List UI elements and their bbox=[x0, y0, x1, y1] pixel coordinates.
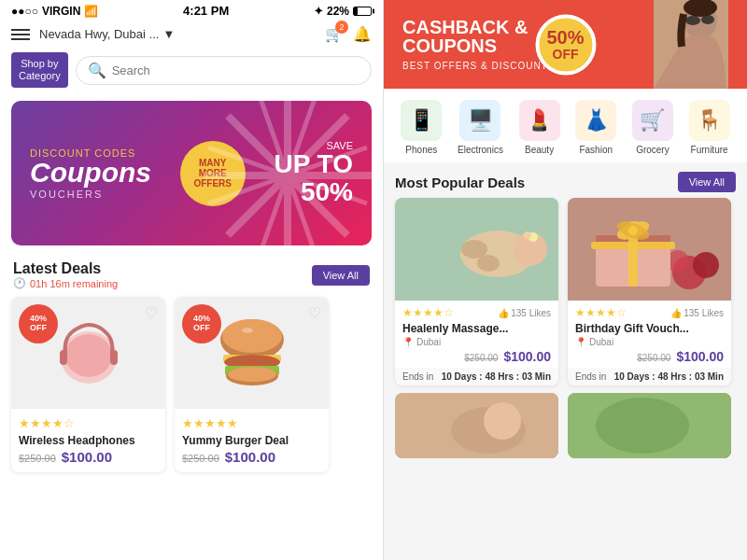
mini-card-1[interactable]: 40% OFF ♡ bbox=[395, 393, 558, 458]
fashion-icon: 👗 bbox=[575, 100, 616, 141]
cashback-text: CASHBACK & COUPONS BEST OFFERS & DISCOUN… bbox=[402, 18, 555, 71]
bluetooth-icon: ✦ bbox=[314, 5, 323, 18]
latest-deals-view-all-button[interactable]: View All bbox=[312, 265, 370, 286]
massage-illustration bbox=[395, 198, 558, 301]
deal-stars-burger: ★★★★★ bbox=[182, 416, 321, 430]
cashback-percent: 50% bbox=[546, 27, 584, 48]
thumb-icon: 👍 bbox=[498, 308, 509, 318]
electronics-label: Electronics bbox=[458, 145, 503, 155]
massage-likes: 👍 135 Likes bbox=[498, 308, 551, 318]
gift-image: 40% OFF ♡ bbox=[568, 198, 731, 301]
popular-card-massage[interactable]: 40% OFF ♡ ★★ bbox=[395, 198, 558, 385]
gift-location: 📍 Dubai bbox=[575, 337, 724, 347]
deal-prices-headphones: $250.00 $100.00 bbox=[19, 449, 158, 465]
location-pin-icon: 📍 bbox=[402, 337, 414, 347]
svg-point-9 bbox=[65, 334, 112, 377]
massage-stars: ★★★★☆ bbox=[402, 306, 454, 319]
burger-image bbox=[210, 314, 294, 393]
mini-card-2[interactable]: 40% OFF ♡ bbox=[568, 393, 731, 458]
gift-info: ★★★★☆ 👍 135 Likes Birthday Gift Vouch...… bbox=[568, 301, 731, 368]
deal-name-burger: Yummy Burger Deal bbox=[182, 434, 321, 447]
ends-in-label: Ends in bbox=[575, 371, 606, 382]
furniture-label: Furniture bbox=[691, 145, 728, 155]
gift-illustration bbox=[568, 198, 731, 301]
category-fashion[interactable]: 👗 Fashion bbox=[575, 100, 616, 155]
grocery-icon: 🛒 bbox=[632, 100, 673, 141]
category-grocery[interactable]: 🛒 Grocery bbox=[632, 100, 673, 155]
massage-stars-row: ★★★★☆ 👍 135 Likes bbox=[402, 306, 551, 319]
wifi-icon: 📶 bbox=[84, 5, 98, 18]
cart-badge: 2 bbox=[335, 21, 348, 34]
latest-deals-title: Latest Deals bbox=[13, 260, 118, 277]
svg-point-30 bbox=[524, 231, 531, 239]
gift-likes: 👍 135 Likes bbox=[670, 308, 724, 318]
chevron-down-icon: ▼ bbox=[162, 27, 175, 41]
category-phones[interactable]: 📱 Phones bbox=[401, 100, 442, 155]
popular-deals-row: 40% OFF ♡ ★★ bbox=[384, 198, 747, 393]
mini-card-1-image bbox=[395, 393, 558, 458]
svg-point-35 bbox=[693, 252, 719, 278]
phones-label: Phones bbox=[405, 145, 437, 155]
cashback-banner: CASHBACK & COUPONS BEST OFFERS & DISCOUN… bbox=[384, 0, 747, 89]
deal-stars-headphones: ★★★★☆ bbox=[19, 416, 158, 430]
svg-point-46 bbox=[484, 402, 521, 440]
most-popular-header: Most Popular Deals View All bbox=[384, 162, 747, 198]
deal-image-headphones: 40% OFF ♡ bbox=[11, 297, 165, 409]
deal-card-burger[interactable]: 40% OFF ♡ ★★★★★ Yummy Burger bbox=[175, 297, 329, 472]
banner-vouchers-label: VOUCHERS bbox=[30, 189, 151, 200]
deal-card-headphones[interactable]: 40% OFF ♡ ★★★★☆ Wireless Headphones $250… bbox=[11, 297, 165, 472]
category-furniture[interactable]: 🪑 Furniture bbox=[689, 100, 730, 155]
popular-card-gift[interactable]: 40% OFF ♡ bbox=[568, 198, 731, 385]
furniture-icon: 🪑 bbox=[689, 100, 730, 141]
svg-rect-11 bbox=[110, 350, 118, 365]
cashback-subtitle: BEST OFFERS & DISCOUNTS bbox=[402, 61, 555, 71]
right-panel: CASHBACK & COUPONS BEST OFFERS & DISCOUN… bbox=[384, 0, 747, 560]
deal-new-price-burger: $100.00 bbox=[225, 449, 275, 465]
electronics-icon: 🖥️ bbox=[459, 100, 500, 141]
search-icon: 🔍 bbox=[88, 62, 106, 79]
grocery-label: Grocery bbox=[636, 145, 669, 155]
svg-point-19 bbox=[242, 328, 253, 333]
ends-in-label: Ends in bbox=[402, 371, 433, 382]
gift-old-price: $250.00 bbox=[637, 353, 670, 363]
beauty-icon: 💄 bbox=[519, 100, 560, 141]
search-input[interactable] bbox=[112, 63, 359, 77]
svg-point-43 bbox=[628, 226, 638, 235]
most-popular-title: Most Popular Deals bbox=[395, 175, 525, 190]
gift-stars: ★★★★☆ bbox=[575, 306, 627, 319]
status-bar: ●●○○ VIRGIN 📶 4:21 PM ✦ 22% bbox=[0, 0, 383, 21]
shop-category-button[interactable]: Shop by Category bbox=[11, 52, 68, 88]
nav-bar: Nevada Hwy, Dubai ... ▼ 🛒 2 🔔 bbox=[0, 21, 383, 47]
gift-stars-row: ★★★★☆ 👍 135 Likes bbox=[575, 306, 724, 319]
gift-name: Birthday Gift Vouch... bbox=[575, 322, 724, 335]
heart-icon[interactable]: ♡ bbox=[145, 304, 158, 322]
cart-icon[interactable]: 🛒 2 bbox=[325, 25, 344, 43]
massage-image: 40% OFF ♡ bbox=[395, 198, 558, 301]
cashback-model-image bbox=[654, 0, 728, 89]
search-box[interactable]: 🔍 bbox=[76, 56, 372, 85]
gift-countdown: 10 Days : 48 Hrs : 03 Min bbox=[614, 371, 724, 382]
thumb-icon: 👍 bbox=[670, 308, 682, 318]
bell-icon[interactable]: 🔔 bbox=[353, 25, 372, 43]
location-bar[interactable]: Nevada Hwy, Dubai ... ▼ bbox=[39, 27, 316, 41]
deal-old-price-burger: $250.00 bbox=[182, 453, 219, 464]
mini-card-2-image bbox=[568, 393, 731, 458]
most-popular-view-all-button[interactable]: View All bbox=[678, 172, 736, 192]
massage-prices: $250.00 $100.00 bbox=[402, 347, 551, 368]
category-electronics[interactable]: 🖥️ Electronics bbox=[458, 100, 503, 155]
latest-deals-left: Latest Deals 🕐 01h 16m remaining bbox=[13, 260, 118, 289]
svg-point-18 bbox=[228, 367, 276, 382]
deal-name-headphones: Wireless Headphones bbox=[19, 434, 158, 447]
massage-old-price: $250.00 bbox=[464, 353, 498, 363]
hamburger-menu[interactable] bbox=[11, 29, 30, 40]
nav-icons: 🛒 2 🔔 bbox=[325, 25, 372, 43]
massage-name: Healenly Massage... bbox=[402, 322, 551, 335]
category-beauty[interactable]: 💄 Beauty bbox=[519, 100, 560, 155]
battery-icon bbox=[353, 7, 372, 16]
location-pin-icon: 📍 bbox=[575, 337, 586, 347]
massage-ends: Ends in 10 Days : 48 Hrs : 03 Min bbox=[395, 368, 558, 385]
cashback-off: OFF bbox=[553, 48, 579, 62]
heart-icon[interactable]: ♡ bbox=[308, 304, 321, 322]
search-row: Shop by Category 🔍 bbox=[0, 47, 383, 93]
headphone-image bbox=[47, 311, 131, 395]
